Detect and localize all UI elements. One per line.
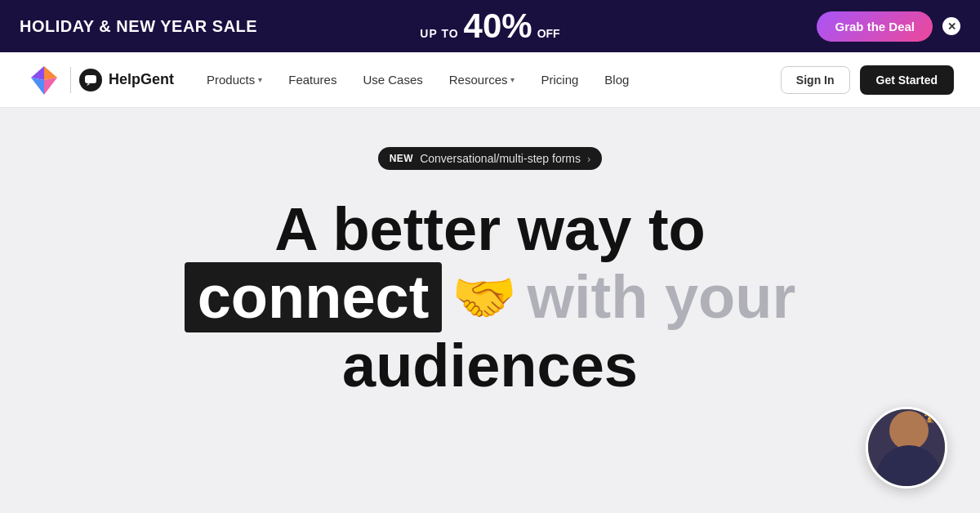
corner-avatar[interactable]: 🏆: [866, 407, 947, 488]
svg-rect-5: [85, 75, 96, 83]
hero-title: A better way to connect 🤝 with your audi…: [185, 196, 796, 399]
hero-title-line2: connect 🤝 with your: [185, 262, 796, 332]
logo-diamond-icon: [26, 62, 62, 98]
hero-handshake-emoji: 🤝: [452, 269, 517, 326]
nav-item-products[interactable]: Products ▾: [207, 73, 262, 87]
grab-deal-button[interactable]: Grab the Deal: [817, 11, 933, 42]
banner-discount: UP TO 40% OFF: [420, 9, 559, 43]
hero-connect-word: connect: [185, 262, 443, 332]
svg-marker-6: [87, 83, 90, 86]
nav-item-features[interactable]: Features: [288, 73, 336, 87]
svg-marker-3: [31, 78, 44, 95]
badge-chevron-icon: ›: [587, 153, 590, 165]
hero-with-your-text: with your: [527, 264, 795, 330]
get-started-button[interactable]: Get Started: [860, 65, 954, 95]
sign-in-button[interactable]: Sign In: [781, 66, 850, 94]
promo-banner: HOLIDAY & NEW YEAR SALE UP TO 40% OFF Gr…: [0, 0, 980, 52]
svg-marker-1: [31, 66, 44, 80]
svg-marker-2: [44, 66, 57, 80]
nav-links: Products ▾ Features Use Cases Resources …: [207, 73, 748, 87]
banner-sale-text: HOLIDAY & NEW YEAR SALE: [20, 17, 257, 36]
nav-actions: Sign In Get Started: [781, 65, 954, 95]
new-feature-badge[interactable]: NEW Conversational/multi-step forms ›: [378, 147, 603, 170]
nav-item-blog[interactable]: Blog: [604, 73, 629, 87]
logo-area[interactable]: HelpGent: [26, 62, 174, 98]
new-badge-label: NEW: [390, 153, 414, 164]
nav-item-resources[interactable]: Resources ▾: [449, 73, 515, 87]
hero-section: NEW Conversational/multi-step forms › A …: [0, 108, 980, 399]
banner-off-label: OFF: [537, 27, 560, 40]
logo-chat-icon: [79, 69, 102, 91]
logo-name: HelpGent: [109, 71, 174, 88]
new-badge-text: Conversational/multi-step forms: [420, 152, 581, 165]
trophy-icon: 🏆: [920, 407, 938, 424]
banner-up-to: UP TO: [420, 27, 458, 40]
resources-chevron-icon: ▾: [510, 75, 514, 84]
logo-divider: [70, 67, 71, 93]
hero-audiences-text: audiences: [185, 332, 796, 399]
svg-marker-4: [44, 78, 57, 95]
nav-item-pricing[interactable]: Pricing: [541, 73, 578, 87]
banner-close-button[interactable]: ✕: [942, 17, 960, 35]
main-navbar: HelpGent Products ▾ Features Use Cases R…: [0, 52, 980, 108]
banner-discount-amount: 40%: [464, 9, 532, 43]
products-chevron-icon: ▾: [258, 75, 262, 84]
logo-text-area: HelpGent: [79, 69, 174, 91]
nav-item-usecases[interactable]: Use Cases: [363, 73, 422, 87]
hero-title-line1: A better way to: [185, 196, 796, 262]
banner-actions: Grab the Deal ✕: [817, 11, 960, 42]
